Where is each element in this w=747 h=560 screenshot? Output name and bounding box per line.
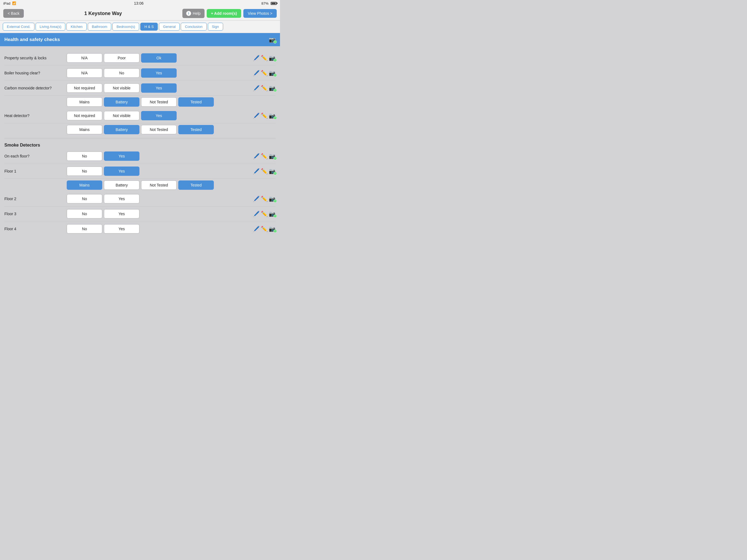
note-icon[interactable]: 🖊️ (253, 169, 260, 174)
section-divider (4, 138, 276, 138)
label-floor-1: Floor 1 (4, 169, 65, 173)
option-not-tested[interactable]: Not Tested (141, 125, 177, 134)
option-poor[interactable]: Poor (104, 53, 139, 62)
option-tested[interactable]: Tested (178, 125, 214, 134)
option-no[interactable]: No (67, 209, 102, 219)
option-no[interactable]: No (67, 152, 102, 161)
actions-floor-2: 🖊️ ✏️ 📷+ (253, 196, 276, 202)
camera-add-icon[interactable]: 📷+ (269, 85, 276, 91)
tab-general[interactable]: General (159, 23, 180, 31)
view-photos-button[interactable]: View Photos > (243, 9, 277, 18)
label-floor-4: Floor 4 (4, 227, 65, 231)
back-button[interactable]: < Back (3, 9, 24, 18)
option-na[interactable]: N/A (67, 68, 102, 78)
camera-add-icon[interactable]: 📷+ (269, 226, 276, 232)
option-yes[interactable]: Yes (104, 224, 139, 233)
actions-on-each-floor: 🖊️ ✏️ 📷+ (253, 153, 276, 159)
tab-conclusion[interactable]: Conclusion (181, 23, 206, 31)
option-mains[interactable]: Mains (67, 180, 102, 190)
note-icon[interactable]: 🖊️ (253, 153, 260, 159)
option-yes[interactable]: Yes (104, 152, 139, 161)
note-icon[interactable]: 🖊️ (253, 70, 260, 76)
camera-add-icon[interactable]: 📷+ (269, 70, 276, 76)
edit-icon[interactable]: ✏️ (261, 211, 268, 217)
label-property-security: Property security & locks (4, 56, 65, 60)
row-boiler-housing: Boiler housing clear? N/A No Yes 🖊️ ✏️ 📷… (4, 66, 276, 81)
edit-icon[interactable]: ✏️ (261, 55, 268, 61)
edit-icon[interactable]: ✏️ (261, 196, 268, 202)
option-yes[interactable]: Yes (104, 167, 139, 176)
label-floor-2: Floor 2 (4, 197, 65, 201)
camera-add-icon[interactable]: 📷+ (269, 196, 276, 202)
note-icon[interactable]: 🖊️ (253, 113, 260, 119)
add-room-button[interactable]: + Add room(s) (207, 9, 241, 18)
option-no[interactable]: No (67, 167, 102, 176)
option-not-visible[interactable]: Not visible (104, 111, 139, 120)
camera-add-icon[interactable]: 📷+ (269, 168, 276, 175)
tab-bedrooms[interactable]: Bedroom(s) (112, 23, 139, 31)
option-yes[interactable]: Yes (141, 68, 177, 78)
tab-external-cond[interactable]: External Cond. (3, 23, 34, 31)
option-no[interactable]: No (104, 68, 139, 78)
edit-icon[interactable]: ✏️ (261, 153, 268, 159)
status-bar: iPad 📶 13:06 87% (0, 0, 280, 6)
tab-bathroom[interactable]: Bathroom (88, 23, 111, 31)
option-mains[interactable]: Mains (67, 125, 102, 134)
buttons-heat-detector: Not required Not visible Yes (67, 111, 251, 120)
option-yes[interactable]: Yes (104, 194, 139, 203)
option-na[interactable]: N/A (67, 53, 102, 62)
row-heat-detector: Heat detector? Not required Not visible … (4, 108, 276, 123)
page-title: 1 Keystone Way (84, 11, 122, 17)
option-battery[interactable]: Battery (104, 180, 139, 190)
note-icon[interactable]: 🖊️ (253, 85, 260, 91)
option-battery[interactable]: Battery (104, 97, 139, 107)
option-not-visible[interactable]: Not visible (104, 83, 139, 93)
actions-property-security: 🖊️ ✏️ 📷+ (253, 55, 276, 61)
option-not-tested[interactable]: Not Tested (141, 97, 177, 107)
help-button[interactable]: i Help (182, 9, 205, 18)
camera-add-icon[interactable]: 📷+ (269, 210, 276, 217)
row-carbon-monoxide: Carbon monoxide detector? Not required N… (4, 81, 276, 96)
edit-icon[interactable]: ✏️ (261, 113, 268, 119)
option-not-required[interactable]: Not required (67, 111, 102, 120)
edit-icon[interactable]: ✏️ (261, 70, 268, 76)
sub-row-heat-detector: Mains Battery Not Tested Tested (4, 123, 276, 136)
note-icon[interactable]: 🖊️ (253, 211, 260, 217)
camera-add-icon[interactable]: 📷+ (269, 112, 276, 119)
battery-icon (271, 2, 277, 5)
tab-living-areas[interactable]: Living Area(s) (35, 23, 66, 31)
buttons-carbon-monoxide: Not required Not visible Yes (67, 83, 251, 93)
camera-add-icon[interactable]: 📷+ (269, 153, 276, 159)
edit-icon[interactable]: ✏️ (261, 85, 268, 91)
tab-hs[interactable]: H & S (140, 23, 158, 31)
option-no[interactable]: No (67, 224, 102, 233)
option-ok[interactable]: Ok (141, 53, 177, 62)
note-icon[interactable]: 🖊️ (253, 55, 260, 61)
option-tested[interactable]: Tested (178, 97, 214, 107)
option-yes[interactable]: Yes (141, 83, 177, 93)
edit-icon[interactable]: ✏️ (261, 226, 268, 232)
label-floor-3: Floor 3 (4, 212, 65, 216)
edit-icon[interactable]: ✏️ (261, 169, 268, 174)
note-icon[interactable]: 🖊️ (253, 226, 260, 232)
option-battery[interactable]: Battery (104, 125, 139, 134)
option-not-required[interactable]: Not required (67, 83, 102, 93)
add-photo-icon[interactable]: 📷+ (269, 36, 276, 43)
label-on-each-floor: On each floor? (4, 154, 65, 158)
option-yes[interactable]: Yes (104, 209, 139, 219)
note-icon[interactable]: 🖊️ (253, 196, 260, 202)
actions-boiler-housing: 🖊️ ✏️ 📷+ (253, 70, 276, 76)
sub-buttons-carbon-monoxide: Mains Battery Not Tested Tested (67, 97, 276, 107)
sub-row-carbon-monoxide: Mains Battery Not Tested Tested (4, 96, 276, 108)
option-mains[interactable]: Mains (67, 97, 102, 107)
option-not-tested[interactable]: Not Tested (141, 180, 177, 190)
sub-row-floor-1: Mains Battery Not Tested Tested (4, 179, 276, 192)
tab-kitchen[interactable]: Kitchen (67, 23, 86, 31)
option-tested[interactable]: Tested (178, 180, 214, 190)
tab-sign[interactable]: Sign (208, 23, 223, 31)
label-heat-detector: Heat detector? (4, 113, 65, 118)
camera-add-icon[interactable]: 📷+ (269, 55, 276, 61)
row-floor-4: Floor 4 No Yes 🖊️ ✏️ 📷+ (4, 222, 276, 236)
option-no[interactable]: No (67, 194, 102, 203)
option-yes[interactable]: Yes (141, 111, 177, 120)
